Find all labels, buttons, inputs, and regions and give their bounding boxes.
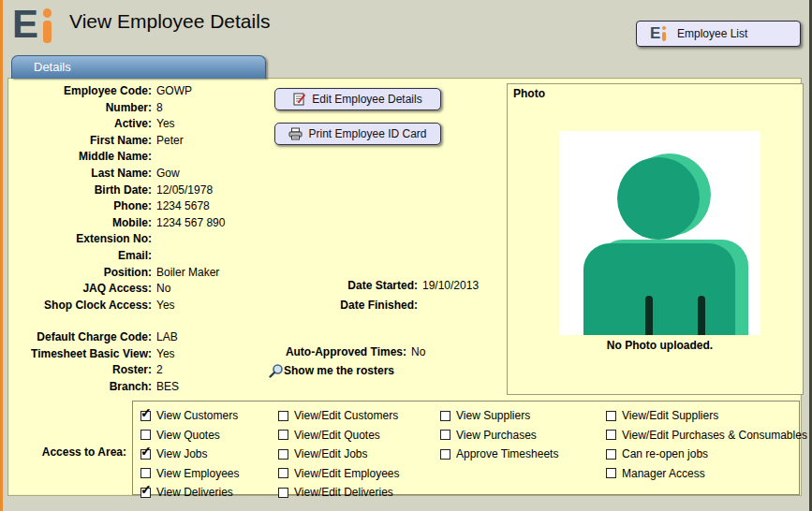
checkbox-box bbox=[278, 411, 288, 421]
checkbox-label: Approve Timesheets bbox=[456, 447, 558, 460]
field-row: Mobile:1234 567 890 bbox=[8, 215, 225, 232]
checkbox-label: View/Edit Purchases & Consumables bbox=[622, 429, 807, 442]
checkbox-label: View/Edit Jobs bbox=[294, 447, 368, 460]
field-value: Peter bbox=[156, 133, 184, 150]
field-row: Number:8 bbox=[8, 100, 225, 117]
checkbox-manager-access[interactable]: Manager Access bbox=[606, 464, 807, 484]
checkbox-view-edit-deliveries[interactable]: View/Edit Deliveries bbox=[278, 483, 400, 503]
field-row: Branch:BES bbox=[8, 379, 179, 396]
checkbox-view-edit-customers[interactable]: View/Edit Customers bbox=[278, 406, 400, 426]
field-label: Branch: bbox=[8, 379, 156, 396]
checkbox-approve-timesheets[interactable]: Approve Timesheets bbox=[440, 445, 558, 464]
employee-fields-group1: Employee Code:GOWP Number:8 Active:Yes F… bbox=[8, 83, 225, 314]
field-row: JAQ Access:No bbox=[8, 281, 225, 298]
field-row: Default Charge Code:LAB bbox=[8, 329, 179, 346]
checkbox-view-edit-suppliers[interactable]: View/Edit Suppliers bbox=[606, 406, 807, 426]
field-value: Gow bbox=[156, 166, 180, 182]
show-rosters-label: Show me the rosters bbox=[284, 364, 394, 377]
field-row: Phone:1234 5678 bbox=[8, 198, 225, 215]
photo-panel-title: Photo bbox=[513, 87, 545, 100]
checkbox-box bbox=[140, 468, 151, 478]
check-mark: ✓ bbox=[140, 445, 152, 458]
checkbox-view-edit-employees[interactable]: View/Edit Employees bbox=[278, 464, 400, 484]
print-button-label: Print Employee ID Card bbox=[308, 127, 426, 140]
field-label: First Name: bbox=[8, 133, 156, 150]
window: E View Employee Details E Employee List … bbox=[0, 0, 812, 511]
field-row: Employee Code:GOWP bbox=[8, 83, 225, 100]
checkbox-label: Manager Access bbox=[622, 467, 705, 480]
checkbox-view-customers[interactable]: ✓View Customers bbox=[140, 406, 240, 426]
field-row: Last Name:Gow bbox=[8, 166, 225, 182]
field-row: Timesheet Basic View:Yes bbox=[8, 346, 179, 363]
checkbox-box bbox=[278, 468, 288, 478]
access-column-1: ✓View Customers View Quotes ✓View Jobs V… bbox=[140, 406, 240, 503]
checkbox-label: Can re-open jobs bbox=[622, 447, 708, 460]
field-row: Roster:2 bbox=[8, 362, 179, 379]
checkbox-box bbox=[278, 488, 288, 498]
field-value: Yes bbox=[156, 116, 175, 133]
field-row: First Name:Peter bbox=[8, 133, 225, 150]
field-label: Last Name: bbox=[8, 166, 156, 182]
checkbox-box bbox=[140, 430, 151, 440]
mini-logo-bar bbox=[662, 32, 666, 41]
access-column-2: View/Edit Customers View/Edit Quotes Vie… bbox=[278, 406, 400, 503]
person-body bbox=[583, 243, 735, 335]
employee-fields-group2: Default Charge Code:LAB Timesheet Basic … bbox=[8, 329, 179, 395]
field-value: Yes bbox=[156, 346, 175, 363]
field-label: Timesheet Basic View: bbox=[8, 346, 156, 363]
field-row: Birth Date:12/05/1978 bbox=[8, 182, 225, 199]
field-label: Phone: bbox=[8, 198, 156, 215]
access-to-area-label: Access to Area: bbox=[8, 445, 126, 459]
checkbox-view-quotes[interactable]: View Quotes bbox=[140, 426, 240, 445]
date-started-row: Date Started:19/10/2013 bbox=[274, 279, 479, 299]
checkbox-box bbox=[606, 430, 616, 440]
field-label: Shop Clock Access: bbox=[8, 298, 156, 314]
magnifier-icon bbox=[269, 363, 284, 378]
printer-icon bbox=[288, 127, 303, 140]
employee-list-icon: E bbox=[650, 26, 671, 42]
field-label: JAQ Access: bbox=[8, 281, 156, 298]
field-value: LAB bbox=[156, 329, 178, 346]
tab-details[interactable]: Details bbox=[11, 55, 266, 79]
employee-list-button[interactable]: E Employee List bbox=[636, 21, 801, 47]
checkbox-view-deliveries[interactable]: ✓View Deliveries bbox=[140, 483, 240, 503]
field-value: 2 bbox=[156, 362, 163, 379]
field-value: GOWP bbox=[156, 83, 192, 100]
checkbox-view-edit-purchases-consumables[interactable]: View/Edit Purchases & Consumables bbox=[606, 426, 807, 445]
show-rosters-link[interactable]: Show me the rosters bbox=[269, 363, 394, 378]
print-employee-id-card-button[interactable]: Print Employee ID Card bbox=[274, 123, 441, 145]
date-finished-label: Date Finished: bbox=[274, 299, 422, 313]
edit-button-label: Edit Employee Details bbox=[312, 93, 421, 106]
checkbox-box: ✓ bbox=[140, 449, 151, 460]
person-arm-gap-left bbox=[645, 296, 653, 335]
checkbox-can-reopen-jobs[interactable]: Can re-open jobs bbox=[606, 445, 807, 464]
checkbox-view-edit-jobs[interactable]: View/Edit Jobs bbox=[278, 445, 400, 464]
field-label: Roster: bbox=[8, 362, 156, 379]
checkbox-view-edit-quotes[interactable]: View/Edit Quotes bbox=[278, 426, 400, 445]
field-row: Shop Clock Access:Yes bbox=[8, 298, 225, 314]
checkbox-view-employees[interactable]: View Employees bbox=[140, 464, 240, 484]
field-label: Middle Name: bbox=[8, 149, 156, 166]
field-value: No bbox=[156, 281, 170, 298]
person-arm-gap-right bbox=[698, 296, 705, 335]
auto-approved-row: Auto-Approved Times:No bbox=[274, 345, 425, 358]
checkbox-box bbox=[440, 411, 450, 421]
checkbox-label: View Jobs bbox=[156, 447, 207, 460]
checkbox-view-jobs[interactable]: ✓View Jobs bbox=[140, 445, 240, 464]
edit-employee-details-button[interactable]: Edit Employee Details bbox=[274, 88, 441, 110]
checkbox-box: ✓ bbox=[140, 488, 151, 498]
checkbox-label: View/Edit Suppliers bbox=[622, 409, 718, 422]
field-value: 1234 5678 bbox=[156, 198, 210, 215]
field-value: Yes bbox=[156, 298, 175, 314]
field-label: Default Charge Code: bbox=[8, 329, 156, 346]
checkbox-box bbox=[606, 411, 616, 421]
checkbox-view-suppliers[interactable]: View Suppliers bbox=[440, 406, 558, 426]
checkbox-box bbox=[440, 430, 450, 440]
mini-logo-e: E bbox=[650, 24, 660, 43]
field-label: Mobile: bbox=[8, 215, 156, 232]
field-row: Extension No: bbox=[8, 231, 225, 248]
checkbox-view-purchases[interactable]: View Purchases bbox=[440, 426, 558, 445]
logo-letter-e: E bbox=[12, 6, 38, 43]
field-row: Email: bbox=[8, 248, 225, 265]
field-label: Birth Date: bbox=[8, 182, 156, 199]
